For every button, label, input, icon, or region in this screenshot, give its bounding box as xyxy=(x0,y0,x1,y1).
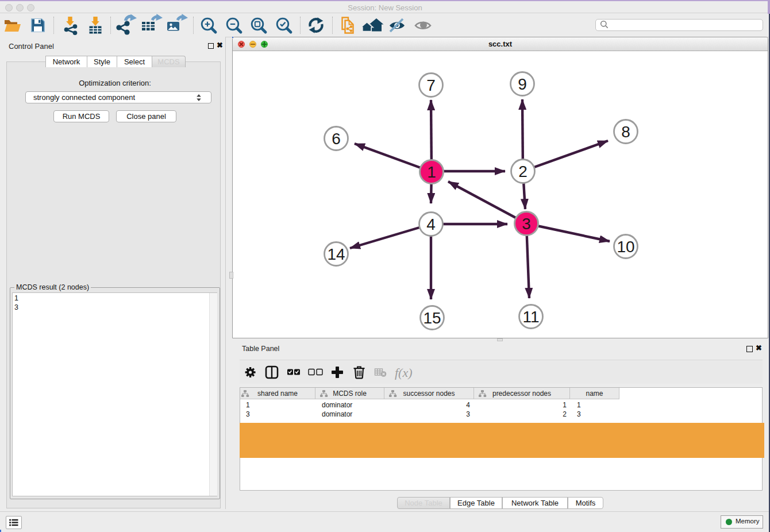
svg-text:6: 6 xyxy=(332,130,341,148)
svg-text:2: 2 xyxy=(518,163,528,180)
svg-text:f(x): f(x) xyxy=(395,365,413,380)
svg-text:8: 8 xyxy=(621,123,630,141)
svg-text:15: 15 xyxy=(423,309,441,327)
svg-text:14: 14 xyxy=(327,245,345,263)
svg-text:9: 9 xyxy=(518,75,527,93)
svg-text:4: 4 xyxy=(426,215,436,233)
svg-text:11: 11 xyxy=(522,308,539,326)
svg-text:7: 7 xyxy=(426,76,436,94)
svg-text:3: 3 xyxy=(522,215,531,233)
svg-text:1: 1 xyxy=(427,163,436,181)
svg-text:10: 10 xyxy=(617,238,634,256)
